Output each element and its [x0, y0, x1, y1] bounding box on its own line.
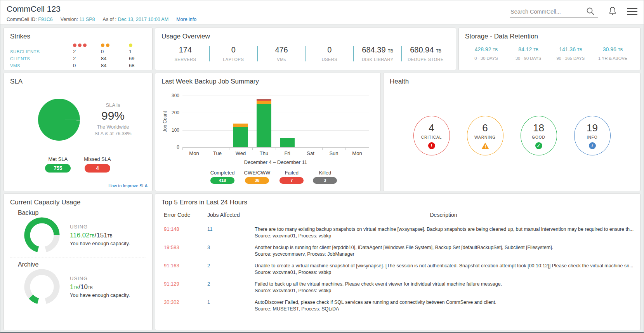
jobs-affected-link[interactable]: 2 [207, 281, 255, 294]
sla-percent: 99% [80, 109, 146, 122]
error-code-link[interactable]: 19:583 [164, 244, 207, 258]
archive-section-title: Archive [18, 261, 146, 268]
jobs-affected-link[interactable]: 2 [207, 263, 255, 276]
y-axis-label: Job Count [161, 96, 169, 147]
two-strikes-dots-icon [101, 43, 129, 47]
table-row: 91:163 2 Unable to create a virtual mach… [161, 263, 634, 276]
x-tick [229, 148, 229, 150]
error-code-link[interactable]: 30:302 [164, 299, 207, 312]
more-info-link[interactable]: More info [176, 17, 196, 22]
bar-segment-cwe-cww[interactable] [233, 124, 248, 127]
vms-1strike: 68 [129, 63, 154, 68]
y-tick-label: 300 [172, 93, 179, 98]
three-strikes-dots-icon [73, 43, 101, 47]
health-info-circle[interactable]: 19 INFO i [574, 116, 611, 155]
bar-segment-completed[interactable] [280, 138, 295, 147]
strikes-row-vms[interactable]: VMS [10, 63, 73, 68]
chart-legend: Completed418 CWE/CWW38 Failed7 Killed3 [161, 170, 374, 184]
backup-capacity-section: USING 116.02TB/151TB You have enough cap… [10, 217, 146, 253]
bar-fri-4[interactable] [280, 138, 295, 147]
archive-capacity-section: USING 1TB/10TB You have enough capacity. [10, 269, 146, 305]
jobs-affected-link[interactable]: 1 [207, 299, 255, 312]
header-actions [510, 3, 637, 24]
sla-body: SLA is 99% The WorldwideSLA is at 76.38% [10, 99, 146, 141]
error-code-link[interactable]: 91:148 [164, 226, 207, 239]
row-2: SLA SLA is 99% The WorldwideSLA is at 76… [3, 73, 641, 191]
warning-icon [481, 142, 489, 149]
y-tick-label: 0 [177, 145, 179, 150]
sla-pie-chart[interactable] [38, 99, 80, 141]
x-tick [182, 148, 183, 150]
health-good-circle[interactable]: 18 GOOD ✓ [521, 116, 557, 155]
health-panel: Health 4 CRITICAL ! 6 WARNING 18 GOOD [383, 73, 641, 191]
stat-90-365-days: 141.36 TB90 - 365 DAYS [550, 46, 592, 61]
stat-1yr-above: 30.96 TB1 YR & ABOVE [592, 46, 634, 61]
y-tick-label: 100 [172, 127, 179, 133]
legend-completed[interactable]: Completed418 [210, 170, 235, 184]
x-tick-label: Mon [182, 150, 206, 156]
chart-plot-area [182, 96, 369, 147]
met-sla-pill[interactable]: 755 [45, 164, 71, 173]
x-tick [206, 148, 206, 150]
storage-title: Storage - Data Retention [465, 33, 634, 40]
legend-failed[interactable]: Failed7 [279, 170, 304, 184]
info-icon: i [589, 142, 596, 149]
x-tick [276, 148, 276, 150]
search-icon[interactable] [586, 7, 595, 17]
bar-segment-cwe-cww[interactable] [257, 101, 271, 104]
missed-sla-pill[interactable]: 4 [85, 164, 110, 173]
table-row: 30:302 1 AutoDiscover Failed, please che… [161, 299, 634, 312]
clients-3strikes: 2 [73, 56, 101, 61]
stat-vms: 476VMs [258, 45, 306, 62]
table-row: 91:148 11 There are too many existing ba… [161, 226, 634, 239]
strikes-panel: Strikes SUBCLIENTS 2 0 1 CLIENTS 2 84 69… [3, 28, 153, 70]
storage-retention-panel: Storage - Data Retention 428.92 TB0 - 30… [458, 28, 641, 70]
strikes-row-subclients[interactable]: SUBCLIENTS [10, 49, 73, 54]
backup-job-summary-panel: Last Week Backup Job Summary Job Count 0… [155, 73, 381, 191]
error-code-link[interactable]: 91:129 [164, 281, 207, 294]
bar-wed-2[interactable] [233, 124, 248, 147]
strikes-row-clients[interactable]: CLIENTS [10, 56, 73, 61]
table-row: 19:583 3 Another backup is running for c… [161, 244, 634, 258]
usage-title: Usage Overview [161, 33, 450, 40]
how-to-improve-sla-link[interactable]: How to Improve SLA [108, 183, 148, 188]
commcell-version: Version: 11 SP8 [61, 17, 95, 22]
x-tick [252, 148, 253, 150]
health-critical-circle[interactable]: 4 CRITICAL ! [413, 116, 450, 155]
header-left: CommCell 123 CommCell ID: F91C6 Version:… [7, 3, 196, 24]
jobs-affected-link[interactable]: 3 [207, 244, 255, 258]
strikes-title: Strikes [10, 33, 146, 40]
stat-users: 0USERS [306, 45, 353, 62]
search-input[interactable] [510, 7, 586, 17]
x-tick-label: Mon [345, 150, 369, 156]
clients-1strike: 69 [129, 56, 154, 61]
bar-thu-3[interactable] [257, 99, 271, 147]
errors-table-body: 91:148 11 There are too many existing ba… [161, 226, 634, 312]
legend-killed[interactable]: Killed3 [313, 170, 337, 184]
commcell-id: CommCell ID: F91C6 [7, 17, 53, 22]
x-tick [299, 148, 299, 150]
x-tick-label: Tue [206, 150, 229, 156]
as-of-timestamp: As of : Dec 13, 2017 10:00 AM [103, 17, 169, 22]
legend-cwe-cww[interactable]: CWE/CWW38 [244, 170, 271, 184]
hamburger-menu-icon[interactable] [627, 7, 637, 15]
x-tick [345, 148, 346, 150]
subclients-2strikes: 0 [101, 49, 129, 54]
vms-3strikes: 0 [73, 63, 101, 68]
met-sla: Met SLA 755 [45, 156, 71, 173]
bar-segment-completed[interactable] [233, 127, 248, 147]
top-bar: CommCell 123 CommCell ID: F91C6 Version:… [0, 0, 644, 24]
page-title: CommCell 123 [7, 4, 196, 14]
one-strike-dot-icon [129, 43, 154, 47]
jobs-affected-link[interactable]: 11 [207, 226, 255, 239]
bar-chart: Job Count 0100200300 [161, 96, 374, 147]
notifications-bell-icon[interactable] [608, 6, 617, 17]
bar-segment-completed[interactable] [257, 104, 271, 147]
x-axis-title: December 4 – December 11 [161, 159, 374, 165]
archive-capacity-value: 1TB/10TB [70, 283, 130, 291]
missed-sla: Missed SLA 4 [84, 156, 111, 173]
stat-30-90-days: 84.12 TB30 - 90 DAYS [507, 46, 550, 61]
error-code-link[interactable]: 91:163 [164, 263, 207, 276]
health-warning-circle[interactable]: 6 WARNING [467, 116, 503, 155]
row-3: Current Capacity Usage Backup USING 116.… [3, 194, 641, 330]
